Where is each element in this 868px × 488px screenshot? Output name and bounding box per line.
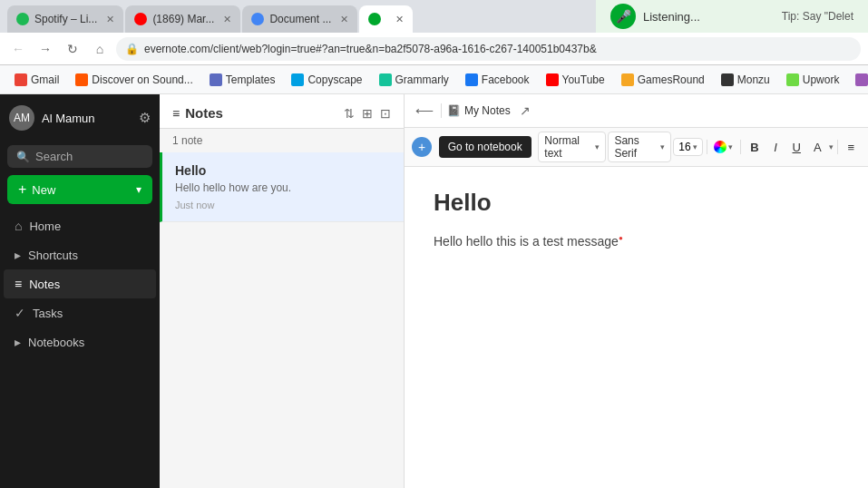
sidebar-item-shortcuts[interactable]: ▸ Shortcuts — [4, 240, 156, 269]
notes-panel-icon: ≡ — [172, 106, 180, 121]
filter-button[interactable]: ⊞ — [362, 106, 373, 121]
color-circle-icon — [714, 141, 727, 153]
tab-youtube-title: (1869) Mar... — [152, 13, 214, 25]
tab-spotify[interactable]: Spotify – Li... ✕ — [7, 5, 123, 33]
bookmark-youtube-label: YouTube — [562, 73, 605, 86]
bookmark-templates[interactable]: Templates — [202, 70, 283, 90]
bookmark-grammarly[interactable]: Grammarly — [372, 70, 456, 90]
font-label: Sans Serif — [614, 134, 658, 160]
shortcuts-icon: ▸ — [15, 248, 21, 262]
monzu-favicon — [721, 73, 734, 86]
notebook-name-label: My Notes — [464, 104, 511, 117]
tab-spotify-close[interactable]: ✕ — [106, 14, 114, 25]
facebook-favicon — [465, 73, 478, 86]
new-label: New — [32, 183, 55, 197]
notes-icon: ≡ — [15, 277, 22, 291]
sidebar-item-notebooks[interactable]: ▸ Notebooks — [4, 327, 156, 356]
bookmark-harun[interactable]: Harun — [848, 70, 868, 90]
fmt-sep-2 — [740, 140, 741, 154]
italic-button[interactable]: I — [766, 136, 785, 158]
bookmark-monzu[interactable]: Monzu — [714, 70, 777, 90]
bookmark-youtube[interactable]: YouTube — [539, 70, 612, 90]
tab-document-close[interactable]: ✕ — [340, 14, 348, 25]
note-time: Just now — [175, 200, 391, 210]
avatar: AM — [9, 105, 34, 131]
notes-toolbar: ⇅ ⊞ ⊡ — [344, 106, 391, 121]
note-count: 1 note — [160, 129, 404, 152]
font-size-select[interactable]: 16 ▾ — [673, 138, 702, 156]
formatting-toolbar: + Go to notebook Normal text ▾ Sans Seri… — [405, 128, 868, 167]
font-arrow: ▾ — [660, 142, 665, 151]
sidebar: AM Al Mamun ⚙ 🔍 Search + New ▾ ⌂ Home ▸ … — [0, 94, 160, 488]
editor-expand-icon[interactable]: ⟵ — [414, 100, 435, 122]
listening-label: Listening... — [643, 10, 700, 24]
address-display[interactable]: evernote.com/client/web?login=true#?an=t… — [144, 43, 852, 55]
sidebar-header: AM Al Mamun ⚙ — [0, 94, 160, 142]
goto-notebook-tooltip[interactable]: Go to notebook — [439, 136, 532, 158]
bookmark-grammarly-label: Grammarly — [395, 73, 449, 86]
note-item[interactable]: Hello Hello hello how are you. Just now — [160, 152, 404, 222]
home-icon: ⌂ — [15, 219, 22, 233]
fmt-sep-3 — [837, 140, 838, 154]
bookmark-soundcloud-label: Discover on Sound... — [92, 73, 192, 86]
bookmark-gmail[interactable]: Gmail — [7, 70, 66, 90]
bookmark-upwork[interactable]: Upwork — [779, 70, 847, 90]
bookmark-gamesround[interactable]: GamesRound — [614, 70, 712, 90]
new-button[interactable]: + New ▾ — [7, 175, 152, 204]
settings-icon[interactable]: ⚙ — [139, 110, 151, 126]
listening-bar: 🎤 Listening... Tip: Say "Delet — [596, 0, 868, 33]
sidebar-item-home[interactable]: ⌂ Home — [4, 211, 156, 240]
editor-panel: ⟵ 📓 My Notes ↗ + Go to notebook Normal t… — [405, 94, 868, 488]
list-button[interactable]: ≡ — [842, 136, 861, 158]
editor-note-body[interactable]: Hello hello this is a test message● — [434, 231, 839, 251]
color-arrow: ▾ — [728, 142, 733, 151]
bookmark-monzu-label: Monzu — [737, 73, 770, 86]
font-size-label: 16 — [678, 141, 690, 153]
sidebar-item-home-label: Home — [29, 220, 61, 233]
underline-button[interactable]: U — [787, 136, 806, 158]
home-button[interactable]: ⌂ — [89, 38, 111, 60]
bold-button[interactable]: B — [745, 136, 764, 158]
sidebar-item-tasks[interactable]: ✓ Tasks — [4, 298, 156, 327]
notebook-pill[interactable]: 📓 My Notes — [447, 104, 511, 117]
gamesround-favicon — [621, 73, 634, 86]
editor-export-icon[interactable]: ↗ — [514, 100, 536, 122]
tab-spotify-title: Spotify – Li... — [34, 13, 97, 25]
view-button[interactable]: ⊡ — [380, 106, 391, 121]
tab-evernote[interactable]: ✕ — [359, 5, 413, 33]
tab-evernote-close[interactable]: ✕ — [395, 14, 404, 25]
bookmark-facebook-label: Facebook — [482, 73, 530, 86]
bookmark-gmail-label: Gmail — [31, 73, 59, 86]
search-bar[interactable]: 🔍 Search — [7, 145, 152, 168]
editor-content[interactable]: Hello Hello hello this is a test message… — [405, 167, 868, 488]
sidebar-item-notes-label: Notes — [29, 278, 60, 291]
tab-youtube-close[interactable]: ✕ — [223, 14, 231, 25]
color-picker-button[interactable]: ▾ — [710, 139, 736, 155]
bookmark-copyscape[interactable]: Copyscape — [284, 70, 369, 90]
editor-note-body-text: Hello hello this is a test message — [434, 234, 619, 249]
evernote-favicon — [368, 13, 381, 25]
sidebar-item-notes[interactable]: ≡ Notes — [4, 269, 156, 298]
reload-button[interactable]: ↻ — [62, 38, 83, 60]
text-style-select[interactable]: Normal text ▾ — [538, 132, 606, 162]
address-bar: ← → ↻ ⌂ 🔒 evernote.com/client/web?login=… — [0, 33, 868, 65]
browser-chrome: Spotify – Li... ✕ (1869) Mar... ✕ Docume… — [0, 0, 868, 94]
add-content-button[interactable]: + — [412, 137, 432, 157]
bookmark-facebook[interactable]: Facebook — [458, 70, 537, 90]
tasks-icon: ✓ — [15, 306, 25, 320]
topbar-separator — [441, 103, 442, 118]
font-select[interactable]: Sans Serif ▾ — [608, 132, 671, 162]
tab-document[interactable]: Document ... ✕ — [242, 5, 357, 33]
app-container: AM Al Mamun ⚙ 🔍 Search + New ▾ ⌂ Home ▸ … — [0, 94, 868, 488]
editor-note-title[interactable]: Hello — [434, 189, 839, 217]
tab-bar: Spotify – Li... ✕ (1869) Mar... ✕ Docume… — [0, 0, 868, 33]
sidebar-item-shortcuts-label: Shortcuts — [28, 249, 78, 262]
bookmark-copyscape-label: Copyscape — [307, 73, 362, 86]
tab-youtube[interactable]: (1869) Mar... ✕ — [125, 5, 240, 33]
highlight-button[interactable]: A — [808, 136, 827, 158]
sort-button[interactable]: ⇅ — [344, 106, 355, 121]
bookmark-soundcloud[interactable]: Discover on Sound... — [68, 70, 200, 90]
forward-button[interactable]: → — [34, 38, 56, 60]
sidebar-item-tasks-label: Tasks — [33, 307, 63, 320]
back-button[interactable]: ← — [7, 38, 29, 60]
